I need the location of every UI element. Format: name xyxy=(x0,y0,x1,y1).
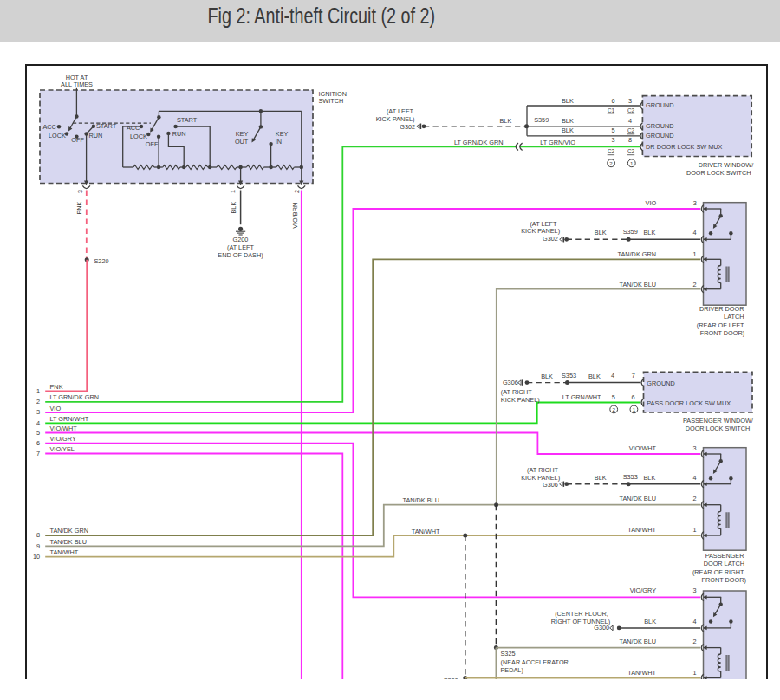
svg-text:C2: C2 xyxy=(627,127,635,133)
svg-text:2: 2 xyxy=(693,281,697,288)
svg-text:BLK: BLK xyxy=(562,117,574,125)
svg-text:DOOR LOCK SWITCH: DOOR LOCK SWITCH xyxy=(686,169,751,177)
svg-text:FRONT DOOR): FRONT DOOR) xyxy=(700,329,744,337)
svg-text:TAN/WHT: TAN/WHT xyxy=(412,528,440,535)
svg-text:GROUND: GROUND xyxy=(646,101,673,109)
svg-text:3: 3 xyxy=(693,444,697,452)
svg-text:PNK: PNK xyxy=(75,201,83,214)
svg-text:BLK: BLK xyxy=(595,229,607,237)
svg-text:LOCK: LOCK xyxy=(49,132,66,139)
svg-text:1: 1 xyxy=(693,669,697,677)
svg-text:LT GRN/DK GRN: LT GRN/DK GRN xyxy=(454,139,504,146)
svg-text:G300: G300 xyxy=(594,624,609,632)
svg-text:1: 1 xyxy=(693,526,697,534)
svg-text:5: 5 xyxy=(611,126,614,134)
svg-text:3: 3 xyxy=(76,190,84,193)
svg-text:PASSENGER: PASSENGER xyxy=(705,552,744,560)
svg-text:G306: G306 xyxy=(503,379,518,386)
svg-text:2: 2 xyxy=(693,495,697,502)
svg-text:IN: IN xyxy=(276,138,282,146)
svg-text:6: 6 xyxy=(36,439,40,447)
svg-text:C2: C2 xyxy=(608,148,615,154)
svg-text:BLK: BLK xyxy=(588,373,601,380)
svg-text:LOCK: LOCK xyxy=(130,133,147,140)
svg-text:OUT: OUT xyxy=(235,138,249,146)
svg-text:1: 1 xyxy=(630,160,634,166)
svg-text:TAN/DK GRN: TAN/DK GRN xyxy=(50,527,88,535)
svg-text:G306: G306 xyxy=(543,481,558,489)
svg-text:1: 1 xyxy=(36,387,40,395)
svg-text:OFF: OFF xyxy=(71,136,84,144)
svg-text:S359: S359 xyxy=(534,116,549,124)
svg-text:1: 1 xyxy=(693,250,697,258)
svg-text:TAN/DK BLU: TAN/DK BLU xyxy=(620,281,656,288)
svg-text:Fig 2: Anti-theft Circuit (2 o: Fig 2: Anti-theft Circuit (2 of 2) xyxy=(208,3,436,28)
svg-text:2: 2 xyxy=(293,190,301,193)
svg-text:5: 5 xyxy=(612,393,615,401)
svg-text:TAN/WHT: TAN/WHT xyxy=(50,548,79,556)
svg-text:TAN/WHT: TAN/WHT xyxy=(627,526,656,534)
svg-text:LT GRN/DK GRN: LT GRN/DK GRN xyxy=(50,393,100,401)
svg-text:(AT RIGHT: (AT RIGHT xyxy=(501,388,532,396)
svg-text:VIO/YEL: VIO/YEL xyxy=(50,445,75,453)
svg-text:KICK PANEL): KICK PANEL) xyxy=(501,396,540,404)
svg-text:S353: S353 xyxy=(623,473,638,481)
svg-text:3: 3 xyxy=(693,199,697,207)
svg-text:VIO/GRY: VIO/GRY xyxy=(50,435,76,443)
svg-text:RUN: RUN xyxy=(172,130,186,138)
svg-text:10: 10 xyxy=(33,553,40,561)
svg-text:BLK: BLK xyxy=(595,474,607,482)
svg-text:KICK PANEL): KICK PANEL) xyxy=(521,227,560,235)
svg-text:1: 1 xyxy=(229,190,237,193)
svg-text:LT GRN/WHT: LT GRN/WHT xyxy=(50,415,89,423)
svg-text:BLK: BLK xyxy=(541,373,553,380)
svg-text:RUN: RUN xyxy=(89,132,103,139)
svg-text:BLK: BLK xyxy=(644,229,656,237)
svg-text:S220: S220 xyxy=(94,257,109,265)
svg-text:2: 2 xyxy=(609,160,613,166)
svg-text:S325: S325 xyxy=(501,650,516,658)
svg-text:7: 7 xyxy=(632,372,635,379)
svg-text:2: 2 xyxy=(612,406,615,412)
svg-text:GROUND: GROUND xyxy=(647,379,674,387)
svg-text:DR DOOR LOCK SW MUX: DR DOOR LOCK SW MUX xyxy=(646,143,723,151)
svg-text:DRIVER DOOR: DRIVER DOOR xyxy=(699,305,744,313)
svg-text:VIO: VIO xyxy=(646,199,657,207)
svg-text:END OF DASH): END OF DASH) xyxy=(218,251,263,259)
svg-text:IGNITION: IGNITION xyxy=(319,90,347,98)
svg-text:BLK: BLK xyxy=(562,126,574,134)
svg-text:3: 3 xyxy=(611,136,614,144)
svg-text:G302: G302 xyxy=(400,123,415,131)
svg-text:3: 3 xyxy=(36,408,40,416)
svg-text:ACC: ACC xyxy=(127,124,140,132)
svg-text:SWITCH: SWITCH xyxy=(319,97,344,105)
svg-text:S359: S359 xyxy=(623,228,638,236)
svg-text:BLK: BLK xyxy=(500,117,512,125)
svg-text:TAN/DK BLU: TAN/DK BLU xyxy=(403,496,439,504)
svg-text:DOOR LATCH: DOOR LATCH xyxy=(704,560,744,567)
svg-text:4: 4 xyxy=(36,419,40,427)
svg-text:1: 1 xyxy=(633,406,636,412)
svg-text:GROUND: GROUND xyxy=(646,122,673,130)
svg-text:G200: G200 xyxy=(233,236,249,243)
svg-text:GROUND: GROUND xyxy=(646,132,673,139)
svg-text:BLK: BLK xyxy=(230,202,237,214)
svg-text:6: 6 xyxy=(632,393,635,401)
svg-text:TAN/WHT: TAN/WHT xyxy=(627,669,656,677)
svg-text:4: 4 xyxy=(693,618,697,625)
svg-text:C1: C1 xyxy=(608,107,615,113)
svg-text:S353: S353 xyxy=(562,372,576,379)
svg-text:PEDAL): PEDAL) xyxy=(501,666,523,674)
svg-text:LT GRN/VIO: LT GRN/VIO xyxy=(540,139,575,146)
svg-text:5: 5 xyxy=(36,429,40,437)
svg-text:4: 4 xyxy=(693,229,697,237)
svg-text:(REAR OF RIGHT: (REAR OF RIGHT xyxy=(692,568,744,576)
svg-text:2: 2 xyxy=(36,398,40,405)
svg-text:DOOR LOCK SWITCH: DOOR LOCK SWITCH xyxy=(686,425,751,432)
svg-text:PNK: PNK xyxy=(50,383,63,391)
svg-text:BLK: BLK xyxy=(644,474,656,482)
svg-text:TAN/DK BLU: TAN/DK BLU xyxy=(620,495,656,502)
svg-text:LATCH: LATCH xyxy=(724,313,744,321)
svg-text:(NEAR ACCELERATOR: (NEAR ACCELERATOR xyxy=(501,658,569,666)
svg-text:START: START xyxy=(177,116,198,124)
